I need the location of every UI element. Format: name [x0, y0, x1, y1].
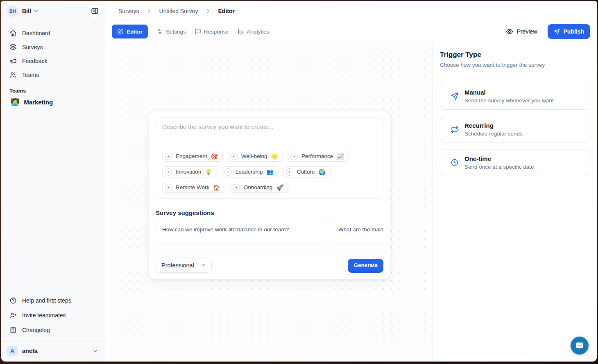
editor-canvas[interactable]: Describe the survey you want to create..… [105, 42, 432, 362]
topic-chip-engagement[interactable]: Engagement 🎯 [162, 151, 223, 162]
breadcrumb-surveys[interactable]: Surveys [118, 8, 139, 14]
teams-section-header: Teams [9, 88, 97, 94]
trigger-option-description: Send the survey whenever you want [464, 97, 554, 104]
topic-chip-well-being[interactable]: Well-being 🌟 [228, 151, 283, 162]
chart-increasing-emoji-icon: 📈 [337, 154, 344, 159]
trigger-option-one-time[interactable]: One-time Send once at a specific date [440, 149, 589, 176]
main-area: Surveys Untitled Survey Editor Editor [105, 1, 597, 362]
sidebar-footer-nav: Help and first steps Invite teammates Ch… [1, 289, 105, 341]
suggestions-title: Survey suggestions [156, 209, 383, 216]
sidebar-item-invite[interactable]: Invite teammates [1, 308, 105, 323]
sliders-icon [156, 28, 163, 35]
publish-button[interactable]: Publish [548, 24, 590, 39]
topic-chips: Engagement 🎯 Well-being 🌟 Performance [162, 151, 377, 193]
topic-chip-leadership[interactable]: Leadership 👥 [222, 166, 279, 177]
suggestions-row: How can we improve work-life balance in … [156, 221, 383, 244]
trigger-option-text: Recurring Schedule regular sends [464, 122, 523, 137]
sidebar-item-changelog[interactable]: Changelog [1, 323, 105, 337]
trigger-panel-header: Trigger Type Choose how you want to trig… [433, 42, 597, 75]
plus-icon [286, 168, 293, 176]
chip-label: Culture [297, 169, 315, 175]
message-square-icon [195, 28, 201, 35]
trigger-option-title: Recurring [464, 122, 523, 129]
suggestion-card[interactable]: What are the main obstacles you face in … [332, 221, 383, 244]
target-emoji-icon: 🎯 [211, 154, 218, 159]
trigger-options: Manual Send the survey whenever you want… [433, 75, 597, 183]
globe-emoji-icon: 🌍 [319, 169, 326, 175]
tab-settings[interactable]: Settings [156, 28, 186, 35]
sidebar-item-label: Feedback [22, 58, 47, 64]
topic-chip-performance[interactable]: Performance 📈 [288, 151, 349, 162]
chevron-right-icon [146, 8, 152, 14]
sidebar-collapse-button[interactable] [88, 4, 102, 18]
glowing-star-emoji-icon: 🌟 [271, 154, 278, 159]
workspace-name: Bill [22, 8, 31, 14]
chip-label: Leadership [236, 169, 263, 175]
tab-label: Editor [127, 29, 143, 35]
workspace-switcher[interactable]: BH Bill [1, 1, 105, 21]
generate-button[interactable]: Generate [348, 259, 383, 271]
trigger-option-title: One-time [464, 155, 534, 162]
survey-suggestions: Survey suggestions How can we improve wo… [149, 205, 390, 251]
user-plus-icon [9, 312, 17, 319]
topic-chip-remote-work[interactable]: Remote Work 🏠 [162, 182, 225, 193]
tab-label: Settings [166, 29, 186, 35]
composer-footer: Professional Generate [149, 251, 390, 279]
topic-chip-onboarding[interactable]: Onboarding 🚀 [230, 182, 288, 193]
panel-collapse-icon [91, 7, 99, 15]
rocket-emoji-icon: 🚀 [276, 185, 283, 190]
breadcrumb: Surveys Untitled Survey Editor [105, 1, 597, 21]
survey-description-input[interactable]: Describe the survey you want to create..… [156, 118, 383, 199]
trigger-option-recurring[interactable]: Recurring Schedule regular sends [440, 116, 589, 143]
clock-icon [451, 158, 459, 167]
team-label: Marketing [24, 99, 53, 106]
chip-label: Remote Work [176, 184, 209, 190]
sidebar-item-dashboard[interactable]: Dashboard [1, 26, 105, 40]
sidebar-item-teams[interactable]: Teams [1, 68, 105, 82]
tab-analytics[interactable]: Analytics [238, 28, 269, 35]
preview-button[interactable]: Preview [506, 28, 537, 35]
sidebar-item-label: Dashboard [22, 30, 50, 36]
breadcrumb-untitled-survey[interactable]: Untitled Survey [159, 8, 198, 14]
sidebar-item-feedback[interactable]: Feedback [1, 54, 105, 68]
tab-editor[interactable]: Editor [112, 25, 148, 38]
plus-icon [165, 184, 172, 191]
sidebar-item-label: Changelog [22, 327, 50, 333]
trigger-type-panel: Trigger Type Choose how you want to trig… [432, 42, 597, 362]
tab-response[interactable]: Response [195, 28, 229, 35]
newspaper-icon [9, 326, 17, 334]
suggestion-card[interactable]: How can we improve work-life balance in … [156, 221, 325, 244]
sidebar-team-marketing[interactable]: 🧑‍💻 Marketing [1, 96, 105, 108]
help-circle-icon [9, 297, 17, 304]
tab-bar-actions: Preview Publish [506, 24, 590, 39]
chat-launcher-button[interactable] [571, 337, 589, 355]
home-icon [9, 29, 17, 37]
house-emoji-icon: 🏠 [213, 185, 220, 190]
user-name: aneta [22, 348, 38, 354]
send-icon [451, 92, 459, 100]
trigger-option-manual[interactable]: Manual Send the survey whenever you want [440, 83, 589, 110]
trigger-option-text: One-time Send once at a specific date [464, 155, 534, 170]
plus-icon [233, 184, 240, 191]
sidebar-item-label: Help and first steps [22, 297, 71, 304]
chip-label: Engagement [176, 153, 207, 159]
light-bulb-emoji-icon: 💡 [205, 169, 212, 175]
send-icon [554, 29, 560, 35]
sidebar: BH Bill Dashboard Surv [1, 1, 105, 362]
sidebar-item-surveys[interactable]: Surveys [1, 40, 105, 54]
topic-chip-innovation[interactable]: Innovation 💡 [162, 166, 217, 177]
busts-emoji-icon: 👥 [267, 169, 274, 175]
chat-bubble-icon [575, 341, 584, 350]
tone-select[interactable]: Professional [156, 258, 212, 273]
user-menu[interactable]: A aneta [1, 341, 105, 362]
user-avatar: A [7, 346, 18, 356]
plus-icon [230, 153, 238, 160]
chevron-down-icon [92, 348, 98, 354]
tone-value: Professional [161, 262, 194, 269]
topic-chip-culture[interactable]: Culture 🌍 [283, 166, 331, 177]
content-area: Describe the survey you want to create..… [105, 42, 597, 362]
breadcrumb-editor: Editor [218, 8, 235, 14]
workspace-avatar: BH [7, 5, 18, 17]
trigger-option-text: Manual Send the survey whenever you want [464, 89, 554, 104]
sidebar-item-help[interactable]: Help and first steps [1, 293, 105, 308]
